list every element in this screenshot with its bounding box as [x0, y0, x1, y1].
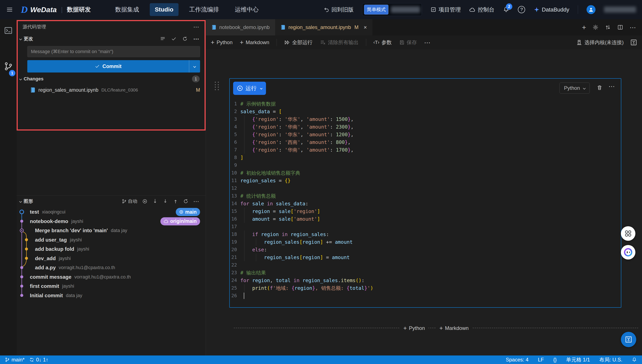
commit-row[interactable]: add user_tagjayshi: [17, 235, 204, 244]
menu-icon[interactable]: [6, 6, 13, 13]
code-line[interactable]: 13# 统计销售总额: [230, 192, 619, 200]
project-management-button[interactable]: 项目管理: [430, 6, 461, 14]
cell-language-dropdown[interactable]: Python: [560, 82, 590, 94]
tab-notebook-demo[interactable]: notebook_demo.ipynb: [206, 19, 275, 36]
clear-outputs-button[interactable]: 清除所有输出: [320, 39, 359, 46]
run-options-chevron[interactable]: [260, 87, 262, 89]
refresh-icon[interactable]: [182, 36, 188, 42]
commit-row[interactable]: dev_addjayshi: [17, 254, 204, 263]
code-line[interactable]: 3 {'region': '华东', 'amount': 1500},: [230, 115, 619, 123]
push-icon[interactable]: [173, 198, 178, 204]
scm-more-icon[interactable]: ⋯: [193, 24, 200, 30]
toolbar-more-icon[interactable]: ⋯: [424, 39, 431, 46]
statusbar-bell-icon[interactable]: [632, 357, 637, 362]
code-line[interactable]: 2sales_data = [: [230, 108, 619, 115]
view-as-list-icon[interactable]: [160, 36, 166, 42]
branch-indicator[interactable]: main*: [5, 357, 24, 363]
code-line[interactable]: 10# 初始化地域销售总额字典: [230, 169, 619, 177]
code-line[interactable]: 18 if region in region_sales:: [230, 230, 619, 238]
changes-tree-header[interactable]: Changes 1: [20, 74, 200, 84]
mode-selector[interactable]: 简单模式: [362, 3, 422, 16]
cell-drag-handle[interactable]: [214, 81, 220, 91]
code-line[interactable]: 5 {'region': '华东', 'amount': 1200},: [230, 131, 619, 138]
help-button[interactable]: ?: [518, 6, 525, 13]
commit-row[interactable]: notebook-demojayshiorigin/main: [17, 217, 204, 226]
code-line[interactable]: 12: [230, 184, 619, 192]
pull-icon[interactable]: [162, 198, 168, 204]
notebook-tool-fab[interactable]: [621, 332, 636, 347]
commit-row[interactable]: add a.pyvorragit.hu1@cpaxtra.co.th: [17, 263, 204, 272]
graph-refresh-icon[interactable]: [183, 198, 188, 204]
code-line[interactable]: 20 else:: [230, 246, 619, 254]
code-line[interactable]: 14for sale in sales_data:: [230, 200, 619, 208]
databuddy-assistant-fab[interactable]: [621, 245, 636, 260]
commit-message-input[interactable]: [27, 46, 200, 57]
target-icon[interactable]: [142, 198, 148, 204]
code-line[interactable]: 17: [230, 223, 619, 230]
auto-branch-filter[interactable]: 自动: [122, 198, 137, 204]
cell-indicator[interactable]: 单元格 1/1: [566, 356, 590, 363]
nav-item-workflow[interactable]: 工作流编排: [184, 2, 224, 17]
split-editor-icon[interactable]: [617, 24, 623, 30]
fetch-icon[interactable]: [152, 198, 158, 204]
editor-more-icon[interactable]: ⋯: [630, 24, 636, 31]
changes-section-header[interactable]: 更改 ⋯: [20, 34, 200, 44]
code-line[interactable]: 9: [230, 162, 619, 169]
commit-row[interactable]: add backup foldjayshi: [17, 244, 204, 254]
console-button[interactable]: 控制台: [469, 6, 494, 14]
add-python-cell-button[interactable]: +Python: [211, 39, 232, 46]
tab-region-sales-amount[interactable]: region_sales_amount.ipynb M ×: [275, 19, 372, 36]
commit-row[interactable]: commit messagevorragit.hu1@cpaxtra.co.th: [17, 272, 204, 282]
eol-indicator[interactable]: LF: [538, 357, 544, 363]
commit-row[interactable]: testxiaoqingcuimain: [17, 207, 204, 217]
add-markdown-cell-button[interactable]: +Markdown: [240, 39, 269, 46]
code-line[interactable]: 26: [230, 292, 619, 300]
apps-fab-button[interactable]: [621, 226, 636, 241]
language-braces-indicator[interactable]: {}: [553, 357, 557, 363]
tab-close-icon[interactable]: ×: [364, 24, 367, 31]
databuddy-button[interactable]: DataBuddy: [534, 6, 569, 13]
code-line[interactable]: 25 print(f'地域: {region}, 销售总额: {total}'): [230, 284, 619, 292]
terminal-icon[interactable]: [4, 26, 13, 35]
commit-button[interactable]: Commit: [27, 60, 200, 72]
code-line[interactable]: 23# 输出结果: [230, 269, 619, 276]
code-line[interactable]: 19 region_sales[region] += amount: [230, 238, 619, 246]
save-button[interactable]: 保存: [399, 39, 417, 46]
insert-python-cell-button[interactable]: +Python: [400, 324, 428, 332]
code-line[interactable]: 24for region, total in region_sales.item…: [230, 276, 619, 284]
code-line[interactable]: 7 {'region': '华南', 'amount': 1700},: [230, 146, 619, 154]
sync-tabs-icon[interactable]: [605, 24, 611, 30]
changed-file-row[interactable]: region_sales_amount.ipynb DLC/feature_03…: [30, 85, 200, 95]
run-all-button[interactable]: 全部运行: [284, 39, 313, 46]
commit-row[interactable]: Initial commitdata jay: [17, 291, 204, 300]
graph-section-header[interactable]: 图形 自动 ⋯: [20, 196, 200, 206]
nav-item-ops-center[interactable]: 运维中心: [230, 2, 264, 17]
code-line[interactable]: 6 {'region': '西南', 'amount': 800},: [230, 138, 619, 146]
notifications-button[interactable]: 2: [503, 6, 509, 13]
code-line[interactable]: 21 region_sales[region] = amount: [230, 254, 619, 261]
user-avatar[interactable]: [586, 5, 596, 14]
code-line[interactable]: 8]: [230, 154, 619, 162]
code-line[interactable]: 15 region = sale['region']: [230, 208, 619, 215]
select-kernel-button[interactable]: 选择内核(未连接): [576, 39, 624, 46]
sync-indicator[interactable]: 0↓ 1↑: [29, 357, 48, 363]
commit-dropdown-button[interactable]: [189, 60, 200, 72]
code-lines[interactable]: 1# 示例销售数据2sales_data = [3 {'region': '华东…: [230, 100, 619, 300]
gear-icon[interactable]: [592, 24, 598, 30]
code-line[interactable]: 22: [230, 261, 619, 269]
branch-badge-main[interactable]: main: [176, 208, 200, 216]
wedata-logo[interactable]: D WeData | 数据研发: [21, 4, 91, 15]
nav-item-studio[interactable]: Studio: [150, 3, 178, 16]
code-line[interactable]: 1# 示例销售数据: [230, 100, 619, 108]
cell-more-icon[interactable]: ⋯: [608, 82, 615, 90]
branch-badge-origin-main[interactable]: origin/main: [160, 217, 200, 226]
insert-markdown-cell-button[interactable]: +Markdown: [436, 324, 472, 332]
parameters-button[interactable]: ‹T› 参数: [374, 39, 392, 46]
back-to-old-version[interactable]: 回到旧版: [324, 6, 354, 14]
layout-indicator[interactable]: 布局: U.S.: [599, 356, 622, 363]
code-line[interactable]: 11region_sales = {}: [230, 177, 619, 184]
run-cell-button[interactable]: 运行: [233, 82, 266, 95]
code-line[interactable]: 4 {'region': '华南', 'amount': 2300},: [230, 123, 619, 131]
new-file-icon[interactable]: +: [582, 23, 586, 32]
changes-more-icon[interactable]: ⋯: [193, 36, 200, 42]
